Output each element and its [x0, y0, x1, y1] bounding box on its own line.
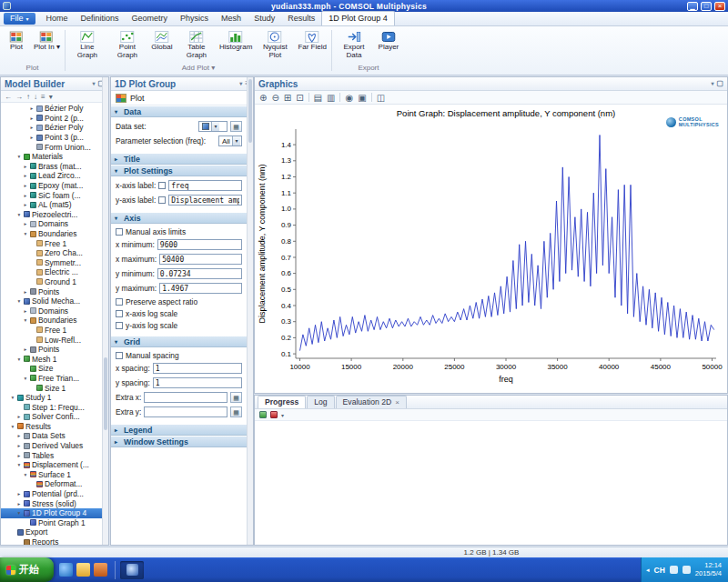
tree-item-study-1[interactable]: ▾Study 1	[1, 393, 102, 403]
media-player-icon[interactable]	[94, 563, 107, 577]
language-indicator[interactable]: CH	[654, 566, 665, 575]
grid-icon[interactable]: ▥	[327, 93, 335, 103]
tree-expand-icon[interactable]: ▸	[16, 443, 22, 448]
x-spacing-input[interactable]	[153, 363, 242, 374]
tree-expand-icon[interactable]: ▸	[29, 105, 35, 111]
tree-expand-icon[interactable]: ▾	[23, 231, 28, 236]
tree-item-brass-mat[interactable]: ▸Brass (mat...	[1, 162, 102, 172]
plot-in-button[interactable]: Plot In ▾	[31, 29, 63, 54]
tree-expand-icon[interactable]: ▸	[16, 453, 22, 458]
data-set-combo[interactable]	[198, 121, 228, 132]
tree-item-electric[interactable]: Electric ...	[1, 267, 102, 277]
tree-expand-icon[interactable]: ▾	[16, 154, 22, 159]
tab-study[interactable]: Study	[248, 12, 281, 25]
close-tab-icon[interactable]: ×	[395, 398, 399, 406]
network-icon[interactable]	[682, 566, 691, 574]
tree-expand-icon[interactable]: ▸	[23, 308, 28, 314]
extra-y-button[interactable]	[230, 406, 242, 417]
tree-expand-icon[interactable]: ▾	[16, 212, 22, 217]
tree-item-step-1-frequ[interactable]: Step 1: Frequ...	[1, 402, 102, 412]
chevron-down-icon[interactable]	[281, 410, 284, 419]
tree-item-piezoelectri[interactable]: ▾Piezoelectri...	[1, 210, 102, 220]
tree-item-points[interactable]: ▸Points	[1, 345, 102, 355]
tree-item-size-1[interactable]: Size 1	[1, 383, 102, 393]
y-axis-label-input[interactable]	[168, 195, 242, 206]
parameter-selection-combo[interactable]: All	[218, 135, 242, 146]
tree-item-epoxy-mat[interactable]: ▸Epoxy (mat...	[1, 181, 102, 191]
tree-item-deformat[interactable]: Deformat...	[1, 479, 102, 489]
down-icon[interactable]: ↓	[34, 93, 37, 101]
tree-expand-icon[interactable]: ▾	[23, 376, 28, 381]
tree-expand-icon[interactable]: ▸	[23, 202, 28, 207]
tree-expand-icon[interactable]: ▸	[23, 173, 28, 178]
collapse-icon[interactable]: ≡	[41, 93, 46, 101]
tree-item-al-mat5[interactable]: ▸AL (mat5)	[1, 200, 102, 210]
tree-item-point-3-p[interactable]: ▸Point 3 (p...	[1, 133, 102, 143]
tree-item-b-zier-poly[interactable]: ▸Bézier Poly	[1, 104, 102, 114]
plot-canvas[interactable]: COMSOLMULTIPHYSICS Point Graph: Displace…	[256, 105, 726, 392]
zoom-out-icon[interactable]: ⊖	[271, 93, 278, 103]
tab-mesh[interactable]: Mesh	[215, 12, 248, 25]
tree-expand-icon[interactable]: ▸	[29, 115, 35, 121]
y-axis-label-checkbox[interactable]	[158, 196, 166, 204]
tree-expand-icon[interactable]: ▸	[23, 193, 28, 198]
tree-item-b-zier-poly[interactable]: ▸Bézier Poly	[1, 123, 102, 133]
tree-expand-icon[interactable]: ▾	[16, 510, 22, 516]
tab-log[interactable]: Log	[307, 396, 334, 408]
table-graph-button[interactable]: Table Graph	[177, 29, 217, 61]
section-axis[interactable]: Axis	[111, 212, 247, 224]
section-plot-settings[interactable]: Plot Settings	[111, 165, 247, 176]
tree-item-size[interactable]: Size	[1, 364, 102, 374]
tab-evaluation-2d[interactable]: Evaluation 2D×	[336, 396, 407, 408]
maximize-button[interactable]	[701, 2, 712, 11]
snapshot-icon[interactable]: ◉	[345, 93, 353, 103]
tab-geometry[interactable]: Geometry	[126, 12, 175, 25]
progress-table-icon[interactable]	[259, 411, 267, 418]
start-button[interactable]: 开始	[0, 557, 54, 582]
settings-menu-icon[interactable]	[239, 80, 242, 87]
point-graph-plot[interactable]: Point Graph: Displacement amplitude, Y c…	[256, 105, 727, 393]
y-axis-log-scale-checkbox[interactable]	[116, 322, 123, 329]
section-legend[interactable]: Legend	[111, 424, 247, 436]
line-graph-button[interactable]: Line Graph	[67, 29, 107, 61]
close-button[interactable]	[714, 2, 725, 11]
file-menu-button[interactable]: File	[4, 13, 35, 25]
tab-progress[interactable]: Progress	[258, 396, 306, 408]
internet-explorer-icon[interactable]	[59, 563, 73, 577]
tree-item-potential-prd[interactable]: ▸Potential (prd...	[1, 489, 102, 499]
back-icon[interactable]: ←	[5, 93, 12, 101]
tree-expand-icon[interactable]: ▸	[23, 183, 28, 188]
tree-item-free-trian[interactable]: ▾Free Trian...	[1, 374, 102, 384]
manual-axis-limits-checkbox[interactable]	[116, 228, 123, 236]
tab-definitions[interactable]: Definitions	[75, 12, 126, 25]
export-data-button[interactable]: Export Data	[334, 29, 374, 61]
stop-icon[interactable]	[270, 411, 278, 418]
axis-icon[interactable]: ▤	[314, 93, 322, 103]
tree-item-1d-plot-group-4[interactable]: ▾1D Plot Group 4	[1, 508, 102, 518]
minimize-button[interactable]	[687, 2, 698, 11]
x-min-input[interactable]	[157, 239, 242, 250]
detach-icon[interactable]	[716, 80, 723, 87]
tree-item-tables[interactable]: ▸Tables	[1, 450, 102, 460]
zoom-extents-icon[interactable]: ⊞	[284, 93, 291, 103]
tree-expand-icon[interactable]: ▸	[29, 135, 35, 140]
plot-button[interactable]: Plot	[111, 91, 247, 105]
y-min-input[interactable]	[157, 268, 242, 279]
tree-expand-icon[interactable]: ▸	[29, 125, 35, 130]
tree-item-reports[interactable]: Reports	[1, 537, 102, 545]
tree-item-low-refl[interactable]: Low-Refl...	[1, 335, 102, 345]
section-grid[interactable]: Grid	[111, 336, 247, 347]
tree-item-materials[interactable]: ▾Materials	[1, 152, 102, 162]
settings-scrollbar[interactable]	[247, 77, 253, 545]
tree-item-solver-confi[interactable]: ▸Solver Confi...	[1, 412, 102, 422]
tree-expand-icon[interactable]: ▾	[16, 356, 22, 362]
folder-icon[interactable]	[76, 563, 90, 577]
x-axis-label-checkbox[interactable]	[158, 182, 166, 189]
model-builder-menu-icon[interactable]	[92, 80, 95, 87]
manual-spacing-checkbox[interactable]	[116, 352, 123, 359]
section-window-settings[interactable]: Window Settings	[111, 436, 247, 447]
tree-item-free-1[interactable]: Free 1	[1, 238, 102, 248]
tree-item-symmetr[interactable]: Symmetr...	[1, 258, 102, 268]
model-tree-scrollbar[interactable]	[102, 77, 108, 545]
extra-y-input[interactable]	[144, 406, 228, 417]
